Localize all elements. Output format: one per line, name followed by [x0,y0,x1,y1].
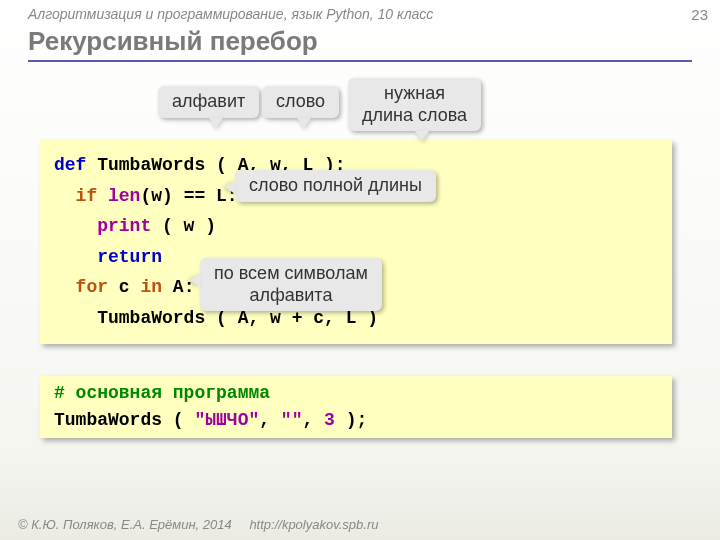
header-text: Алгоритмизация и программирование, язык … [28,6,433,22]
page-number: 23 [691,6,708,23]
footer-copyright: © К.Ю. Поляков, Е.А. Ерёмин, 2014 [18,517,232,532]
footer: © К.Ю. Поляков, Е.А. Ерёмин, 2014 http:/… [18,517,378,532]
callout-word: слово [262,86,339,118]
title-underline [28,60,692,62]
callout-fullword: слово полной длины [235,170,436,202]
slide-title: Рекурсивный перебор [28,26,318,57]
callout-allchars: по всем символам алфавита [200,258,382,311]
code-block-main: # основная программа TumbaWords ( "ЫШЧО"… [40,376,672,438]
callout-alphabet: алфавит [158,86,259,118]
footer-url: http://kpolyakov.spb.ru [249,517,378,532]
callout-length: нужная длина слова [348,78,481,131]
